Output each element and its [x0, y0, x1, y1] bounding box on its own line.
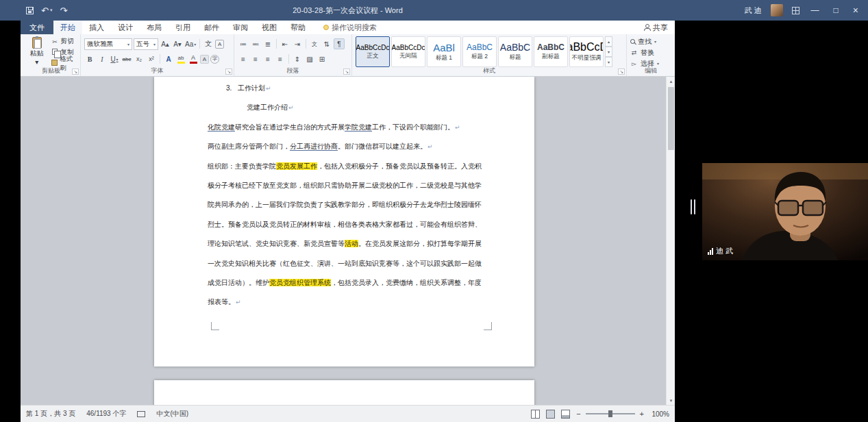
asian-layout-button[interactable]: 文: [309, 38, 320, 49]
sort-button[interactable]: ⇅: [321, 38, 332, 49]
scroll-up-button[interactable]: ▲: [667, 77, 675, 86]
zoom-slider[interactable]: [586, 413, 635, 414]
style-card-title[interactable]: AaBbC标题: [498, 36, 532, 67]
scrollbar[interactable]: ▲ ▼: [666, 77, 675, 405]
replace-button[interactable]: ⇄替换: [630, 47, 671, 58]
align-center-button[interactable]: ≡: [250, 53, 261, 64]
maximize-button[interactable]: □: [831, 0, 841, 21]
highlight-button[interactable]: ab: [175, 53, 186, 64]
enclose-character-button[interactable]: 字: [210, 55, 219, 64]
align-right-button[interactable]: ≡: [262, 53, 273, 64]
panel-collapse-handle[interactable]: [691, 199, 695, 214]
proofing-status[interactable]: [137, 411, 145, 417]
style-card-subtitle[interactable]: AaBbC副标题: [534, 36, 568, 67]
styles-scroll-down-button[interactable]: ▾: [605, 47, 612, 57]
superscript-button[interactable]: x²: [146, 53, 157, 64]
user-name-label[interactable]: 武 迪: [745, 5, 762, 16]
borders-button[interactable]: ⊞: [317, 53, 327, 64]
tab-home[interactable]: 开始: [53, 21, 82, 34]
style-card-normal[interactable]: AaBbCcDc正文: [356, 36, 390, 67]
font-color-bar: [190, 62, 197, 64]
tab-insert[interactable]: 插入: [82, 21, 111, 34]
tab-view[interactable]: 视图: [255, 21, 284, 34]
style-name: 无间隔: [399, 52, 417, 60]
zoom-in-button[interactable]: +: [640, 410, 644, 418]
group-styles: AaBbCcDc正文AaBbCcDc无间隔AaBl标题 1AaBbC标题 2Aa…: [352, 34, 627, 76]
doc-text-run: 党建工作介绍: [247, 103, 288, 111]
style-card-subtle-emphasis[interactable]: AaBbCcDc不明显强调: [569, 36, 604, 67]
page-info[interactable]: 第 1 页，共 3 页: [26, 409, 75, 419]
bullets-button[interactable]: ≔: [238, 38, 249, 49]
read-mode-button[interactable]: [531, 410, 540, 419]
change-case-button[interactable]: Aa▾: [184, 38, 197, 49]
tell-me-button[interactable]: 操作说明搜索: [323, 21, 377, 34]
italic-button[interactable]: I: [97, 53, 108, 64]
print-layout-button[interactable]: [546, 410, 555, 419]
style-card-heading-2[interactable]: AaBbC标题 2: [462, 36, 497, 67]
shrink-font-button[interactable]: A▾: [172, 38, 183, 49]
bold-button[interactable]: B: [84, 53, 95, 64]
decrease-indent-button[interactable]: ⇤: [280, 38, 290, 49]
doc-paragraph[interactable]: 组织部：主要负责学院党员发展工作，包括入党积极分子，预备党员以及预备转正。入党积…: [208, 157, 482, 312]
shading-button[interactable]: ▨: [304, 53, 315, 64]
tab-file[interactable]: 文件: [21, 21, 53, 34]
style-card-heading-1[interactable]: AaBl标题 1: [427, 36, 461, 67]
multilevel-list-button[interactable]: ≣: [262, 38, 273, 49]
doc-paragraph[interactable]: 党建工作介绍↵: [208, 98, 482, 117]
zoom-thumb[interactable]: [608, 410, 612, 417]
font-color-button[interactable]: A: [188, 53, 199, 64]
cut-button[interactable]: ✂剪切: [51, 36, 77, 47]
paste-button[interactable]: 粘贴 ▾: [25, 36, 49, 69]
grow-font-button[interactable]: A▴: [160, 38, 171, 49]
user-avatar[interactable]: [771, 4, 783, 16]
strikethrough-button[interactable]: abc: [121, 53, 132, 64]
zoom-level[interactable]: 100%: [650, 410, 669, 418]
tab-design[interactable]: 设计: [111, 21, 140, 34]
zoom-out-button[interactable]: −: [576, 410, 580, 418]
text-effects-button[interactable]: A: [163, 53, 174, 64]
page-2[interactable]: [154, 380, 534, 405]
web-layout-button[interactable]: [561, 410, 570, 419]
zoom-controls: − +: [576, 410, 644, 418]
char-border-button[interactable]: A: [215, 40, 224, 49]
scroll-thumb[interactable]: [668, 87, 674, 150]
statusbar: 第 1 页，共 3 页 46/1193 个字 中文(中国) − + 100%: [21, 405, 675, 422]
styles-scroll-up-button[interactable]: ▴: [605, 36, 612, 47]
webcam-tile[interactable]: 迪 武: [702, 163, 868, 260]
style-card-no-spacing[interactable]: AaBbCcDc无间隔: [391, 36, 425, 67]
doc-text[interactable]: 3.工作计划↵党建工作介绍↵化院党建研究会旨在通过学生自治的方式开展学院党建工作…: [208, 77, 482, 312]
tab-references[interactable]: 引用: [169, 21, 197, 34]
tab-review[interactable]: 审阅: [226, 21, 255, 34]
show-marks-button[interactable]: ¶: [334, 38, 345, 49]
styles-more-button[interactable]: ▾: [605, 57, 612, 67]
doc-paragraph[interactable]: 3.工作计划↵: [208, 79, 482, 98]
align-left-button[interactable]: ≡: [238, 53, 249, 64]
line-spacing-button[interactable]: ⇕: [292, 53, 303, 64]
justify-button[interactable]: ≡: [275, 53, 286, 64]
layout-grid-icon[interactable]: [792, 7, 799, 14]
language-status[interactable]: 中文(中国): [156, 409, 188, 419]
close-button[interactable]: ×: [850, 0, 861, 21]
font-size-select[interactable]: 五号▾: [134, 38, 158, 50]
tab-layout[interactable]: 布局: [140, 21, 169, 34]
numbering-button[interactable]: ≕: [250, 38, 261, 49]
page-1[interactable]: 3.工作计划↵党建工作介绍↵化院党建研究会旨在通过学生自治的方式开展学院党建工作…: [154, 77, 534, 367]
tab-help[interactable]: 帮助: [284, 21, 312, 34]
tab-mailings[interactable]: 邮件: [197, 21, 226, 34]
select-cursor-icon: ▻: [630, 60, 638, 67]
find-button[interactable]: 查找▾: [630, 36, 671, 47]
minimize-button[interactable]: —: [808, 0, 822, 21]
doc-paragraph[interactable]: 化院党建研究会旨在通过学生自治的方式开展学院党建工作，下设四个职能部门。↵: [208, 118, 482, 137]
underline-button[interactable]: U▾: [109, 53, 120, 64]
increase-indent-button[interactable]: ⇥: [292, 38, 303, 49]
doc-paragraph[interactable]: 两位副主席分管两个部门，分工再进行协商。部门微信群可以建立起来。↵: [208, 137, 482, 156]
scroll-down-button[interactable]: ▼: [667, 396, 675, 405]
paragraph-mark: ↵: [455, 124, 460, 131]
subscript-button[interactable]: x₂: [134, 53, 145, 64]
word-count[interactable]: 46/1193 个字: [86, 409, 126, 419]
share-button[interactable]: 共享: [643, 21, 668, 34]
signal-bars-icon: [708, 248, 713, 256]
font-name-select[interactable]: 微软雅黑▾: [84, 38, 132, 50]
char-shading-button[interactable]: A: [200, 55, 209, 64]
ruby-button[interactable]: 文: [203, 38, 214, 49]
